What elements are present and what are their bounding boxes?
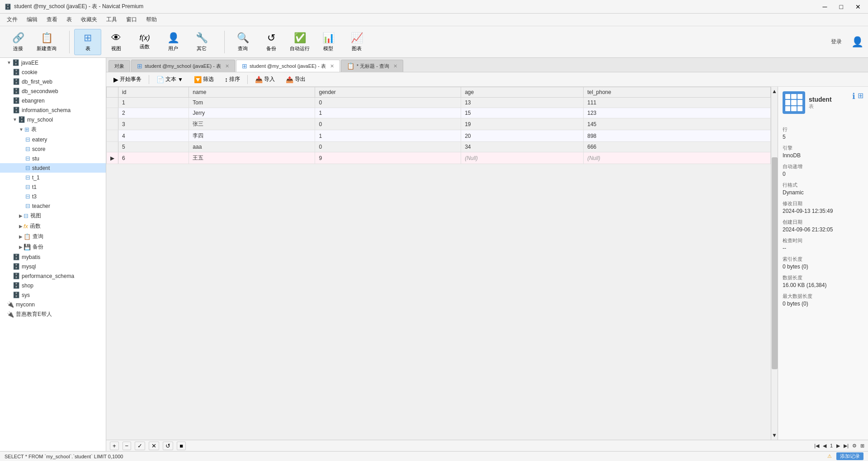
- toolbar-user-button[interactable]: 👤 用户: [160, 29, 187, 55]
- menu-window[interactable]: 窗口: [122, 14, 142, 25]
- confirm-button[interactable]: ✓: [135, 442, 145, 450]
- page-settings-button[interactable]: ⚙: [852, 443, 857, 449]
- scroll-down-button[interactable]: ▼: [771, 431, 778, 440]
- sidebar-item-backup-folder[interactable]: ▶ 💾 备份: [0, 242, 106, 252]
- toolbar-backup-button[interactable]: ↺ 备份: [258, 29, 285, 55]
- toolbar-view-button[interactable]: 👁 视图: [103, 29, 130, 55]
- refresh-button[interactable]: ↺: [163, 442, 173, 450]
- cell-tel-6[interactable]: (Null): [584, 152, 771, 164]
- sidebar-item-shop[interactable]: 🗄️ shop: [0, 281, 106, 290]
- vertical-scrollbar[interactable]: ▲ ▼: [771, 87, 778, 440]
- menu-help[interactable]: 帮助: [142, 14, 161, 25]
- sidebar-item-my_school[interactable]: ▼ 🗄️ my_school: [0, 115, 106, 124]
- cell-age-5[interactable]: 34: [461, 142, 584, 152]
- cell-age-4[interactable]: 20: [461, 130, 584, 142]
- login-button[interactable]: 登录: [827, 36, 845, 47]
- page-prev-button[interactable]: ◀: [823, 443, 826, 449]
- menu-table[interactable]: 表: [62, 14, 76, 25]
- sidebar-item-cookie[interactable]: 🗄️ cookie: [0, 67, 106, 77]
- export-button[interactable]: 📤 导出: [282, 74, 309, 85]
- sidebar-item-sys[interactable]: 🗄️ sys: [0, 290, 106, 300]
- toolbar-query-button[interactable]: 🔍 查询: [229, 29, 256, 55]
- cell-gender-6[interactable]: 9: [315, 152, 461, 164]
- cell-gender-3[interactable]: 0: [315, 118, 461, 130]
- cell-id-6[interactable]: 6: [118, 152, 189, 164]
- sidebar-item-db_first_web[interactable]: 🗄️ db_first_web: [0, 77, 106, 86]
- cell-age-1[interactable]: 13: [461, 98, 584, 108]
- col-header-gender[interactable]: gender: [315, 87, 461, 98]
- cell-gender-1[interactable]: 0: [315, 98, 461, 108]
- sidebar-item-myconn[interactable]: 🔌 myconn: [0, 300, 106, 309]
- cell-id-3[interactable]: 3: [118, 118, 189, 130]
- sidebar-item-t_1[interactable]: ⊟ t_1: [0, 173, 106, 182]
- sidebar-item-teacher[interactable]: ⊟ teacher: [0, 201, 106, 211]
- toolbar-autorun-button[interactable]: ✅ 自动运行: [286, 29, 313, 55]
- page-first-button[interactable]: |◀: [814, 443, 819, 449]
- sidebar-item-edu[interactable]: 🔌 普惠教育E帮人: [0, 309, 106, 320]
- sort-button[interactable]: ↕ 排序: [221, 74, 244, 85]
- sidebar-item-score[interactable]: ⊟ score: [0, 144, 106, 154]
- cell-age-6[interactable]: (Null): [461, 152, 584, 164]
- sidebar-item-t3[interactable]: ⊟ t3: [0, 192, 106, 201]
- sidebar-item-t1[interactable]: ⊟ t1: [0, 182, 106, 192]
- col-header-name[interactable]: name: [189, 87, 315, 98]
- sidebar-item-eatery[interactable]: ⊟ eatery: [0, 135, 106, 144]
- cell-id-4[interactable]: 4: [118, 130, 189, 142]
- table-row[interactable]: 1 Tom 0 13 111: [107, 98, 771, 108]
- scroll-up-button[interactable]: ▲: [771, 87, 778, 96]
- menu-favorites[interactable]: 收藏夹: [76, 14, 102, 25]
- menu-view[interactable]: 查看: [42, 14, 62, 25]
- page-next-button[interactable]: ▶: [836, 443, 840, 449]
- cell-age-2[interactable]: 15: [461, 108, 584, 118]
- cell-name-5[interactable]: aaa: [189, 142, 315, 152]
- sidebar-item-student[interactable]: ⊟ student: [0, 163, 106, 173]
- add-record-button[interactable]: 添加记录: [836, 452, 863, 460]
- sidebar-item-mybatis[interactable]: 🗄️ mybatis: [0, 252, 106, 262]
- tab-close-1[interactable]: ✕: [225, 63, 229, 69]
- import-button[interactable]: 📥 导入: [251, 74, 278, 85]
- sidebar-item-ebangren[interactable]: 🗄️ ebangren: [0, 96, 106, 105]
- col-header-id[interactable]: id: [118, 87, 189, 98]
- cell-gender-2[interactable]: 1: [315, 108, 461, 118]
- cell-gender-5[interactable]: 0: [315, 142, 461, 152]
- close-button[interactable]: ✕: [853, 2, 863, 11]
- scroll-thumb[interactable]: [772, 157, 778, 369]
- sidebar-item-tables-folder[interactable]: ▼ ⊞ 表: [0, 124, 106, 135]
- sidebar-item-queries-folder[interactable]: ▶ 📋 查询: [0, 231, 106, 242]
- cell-age-3[interactable]: 19: [461, 118, 584, 130]
- col-header-tel_phone[interactable]: tel_phone: [584, 87, 771, 98]
- table-row[interactable]: 2 Jerry 1 15 123: [107, 108, 771, 118]
- cell-tel-4[interactable]: 898: [584, 130, 771, 142]
- text-button[interactable]: 📄 文本 ▼: [153, 74, 187, 85]
- toolbar-table-button[interactable]: ⊞ 表: [74, 29, 101, 55]
- minimize-button[interactable]: ─: [820, 2, 830, 11]
- col-header-age[interactable]: age: [461, 87, 584, 98]
- filter-button[interactable]: 🔽 筛选: [190, 74, 217, 85]
- cell-name-3[interactable]: 张三: [189, 118, 315, 130]
- cell-gender-4[interactable]: 1: [315, 130, 461, 142]
- cell-name-1[interactable]: Tom: [189, 98, 315, 108]
- cell-name-2[interactable]: Jerry: [189, 108, 315, 118]
- tab-close-query[interactable]: ✕: [393, 63, 397, 69]
- cell-name-4[interactable]: 李四: [189, 130, 315, 142]
- add-row-button[interactable]: +: [110, 442, 119, 450]
- cell-tel-2[interactable]: 123: [584, 108, 771, 118]
- cell-id-5[interactable]: 5: [118, 142, 189, 152]
- toolbar-function-button[interactable]: f(x) 函数: [131, 29, 158, 55]
- sidebar-item-stu[interactable]: ⊟ stu: [0, 154, 106, 163]
- table-row-editing[interactable]: ▶ 6 王五 9 (Null) (Null): [107, 152, 771, 164]
- sidebar-item-functions-folder[interactable]: ▶ fx 函数: [0, 221, 106, 231]
- grid-view-toggle[interactable]: ⊞: [860, 443, 864, 449]
- toolbar-other-button[interactable]: 🔧 其它: [188, 29, 215, 55]
- toolbar-new-query-button[interactable]: 📋 新建查询: [33, 29, 60, 55]
- menu-edit[interactable]: 编辑: [22, 14, 42, 25]
- cell-name-6[interactable]: 王五: [189, 152, 315, 164]
- cancel-row-button[interactable]: ✕: [149, 442, 159, 450]
- cell-tel-3[interactable]: 145: [584, 118, 771, 130]
- table-row[interactable]: 5 aaa 0 34 666: [107, 142, 771, 152]
- maximize-button[interactable]: □: [837, 2, 846, 11]
- toolbar-chart-button[interactable]: 📈 图表: [343, 29, 370, 55]
- sidebar-item-performance_schema[interactable]: 🗄️ performance_schema: [0, 271, 106, 281]
- cell-tel-1[interactable]: 111: [584, 98, 771, 108]
- page-last-button[interactable]: ▶|: [844, 443, 849, 449]
